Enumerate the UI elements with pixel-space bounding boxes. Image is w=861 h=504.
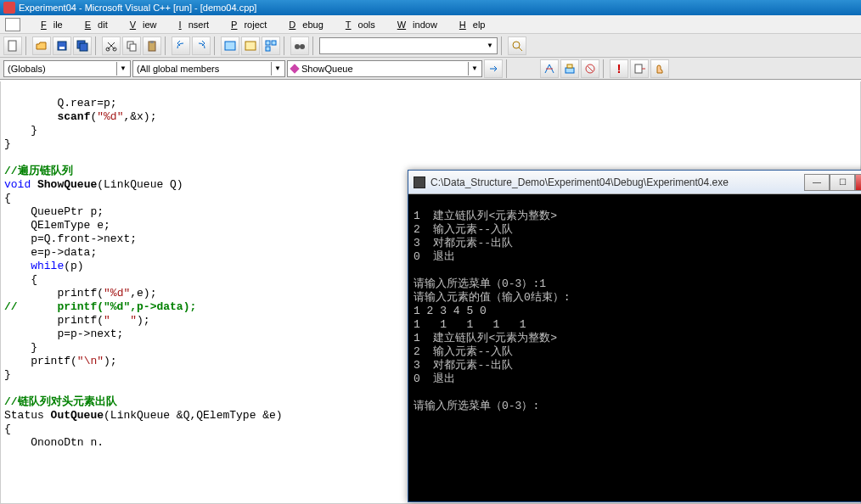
function-combo[interactable]: ShowQueue▼	[287, 60, 482, 77]
svg-rect-14	[272, 41, 276, 45]
compile-icon	[543, 63, 555, 75]
code-line: printf("\n");	[4, 355, 117, 367]
folder-open-icon	[36, 40, 48, 52]
window-title: Experiment04 - Microsoft Visual C++ [run…	[19, 0, 256, 15]
menu-bar: File Edit View Insert Project Debug Tool…	[0, 15, 861, 34]
hand-icon	[654, 63, 666, 75]
code-line: p=p->next;	[4, 328, 123, 340]
console-title-bar[interactable]: C:\Data_Structure_Demo\Experiment04\Debu…	[408, 171, 861, 194]
save-all-button[interactable]	[73, 36, 92, 55]
svg-rect-4	[80, 43, 87, 51]
stop-build-button[interactable]	[581, 59, 599, 78]
code-line: QElemType e;	[4, 219, 110, 232]
console-line: 3 对都元素--出队	[414, 237, 513, 249]
menu-tools[interactable]: Tools	[332, 18, 382, 31]
code-line: {	[4, 273, 37, 286]
document-icon[interactable]	[5, 18, 20, 31]
copy-icon	[126, 40, 138, 52]
paste-button[interactable]	[143, 36, 161, 55]
execute-button[interactable]: !	[610, 59, 628, 78]
code-line: Status OutQueue(LinkQueue &Q,QElemType &…	[4, 409, 283, 422]
close-button[interactable]: ✕	[855, 174, 861, 191]
debug-go-icon	[633, 63, 645, 75]
redo-button[interactable]	[192, 36, 211, 55]
app-icon	[3, 2, 15, 14]
code-line: void ShowQueue(LinkQueue Q)	[4, 178, 183, 191]
svg-rect-22	[635, 64, 642, 73]
diamond-icon	[290, 64, 299, 73]
console-line: 请输入所选菜单（0-3）:1	[414, 277, 546, 290]
members-combo[interactable]: (All global members▼	[132, 60, 285, 77]
open-button[interactable]	[32, 36, 51, 55]
chevron-down-icon: ▼	[116, 62, 127, 76]
redo-icon	[195, 40, 207, 52]
code-line: e=p->data;	[4, 246, 97, 259]
build-button[interactable]	[560, 59, 579, 78]
undo-icon	[175, 40, 187, 52]
floppy-multi-icon	[76, 40, 88, 52]
code-line: {	[4, 192, 11, 204]
menu-file[interactable]: File	[27, 18, 70, 31]
svg-rect-8	[130, 44, 136, 51]
code-line: scanf( scanf("%d",&x);"%d",&x);	[4, 110, 156, 123]
separator	[25, 36, 29, 55]
code-line: printf(" ");	[4, 314, 150, 327]
new-text-file-button[interactable]	[3, 36, 22, 55]
minimize-button[interactable]: —	[804, 174, 830, 191]
floppy-icon	[56, 40, 68, 52]
code-line: OnonoDtn n.	[4, 436, 104, 449]
console-output[interactable]: 1 建立链队列<元素为整数> 2 输入元素--入队 3 对都元素--出队 0 退…	[410, 194, 861, 500]
console-line: 1 1 1 1 1	[414, 318, 526, 331]
code-line: p=Q.front->next;	[4, 232, 137, 245]
console-line: 请输入所选菜单（0-3）:	[414, 400, 539, 412]
code-comment: //链队列对头元素出队	[4, 395, 117, 408]
svg-rect-15	[266, 47, 270, 51]
separator	[95, 36, 98, 55]
save-button[interactable]	[53, 36, 71, 55]
code-line: while(p)	[4, 260, 84, 272]
arrow-go-icon	[487, 63, 499, 75]
window-list-button[interactable]	[262, 36, 280, 55]
chevron-down-icon: ▼	[487, 42, 493, 49]
copy-button[interactable]	[122, 36, 141, 55]
svg-point-17	[300, 44, 305, 49]
go-debug-button[interactable]	[630, 59, 649, 78]
find-combo[interactable]: ▼	[319, 37, 498, 54]
stop-build-icon	[584, 63, 596, 75]
console-line: 1 建立链队列<元素为整数>	[414, 210, 557, 222]
menu-edit[interactable]: Edit	[71, 18, 115, 31]
menu-window[interactable]: Window	[384, 18, 444, 31]
find-button[interactable]	[508, 36, 526, 55]
console-line: 1 2 3 4 5 0	[414, 305, 487, 317]
binoculars-icon	[294, 40, 306, 52]
scissors-icon	[105, 40, 117, 52]
code-comment: // printf("%d",p->data);	[4, 300, 196, 313]
scope-combo[interactable]: (Globals)▼	[3, 60, 131, 77]
svg-rect-13	[266, 41, 270, 45]
menu-insert[interactable]: Insert	[166, 18, 217, 31]
search-icon	[511, 40, 523, 52]
compile-button[interactable]	[540, 59, 559, 78]
undo-button[interactable]	[172, 36, 190, 55]
code-line: Q.rear=p;	[4, 97, 117, 109]
breakpoint-button[interactable]	[650, 59, 669, 78]
output-button[interactable]	[241, 36, 260, 55]
maximize-button[interactable]: ☐	[830, 174, 855, 191]
console-line: 0 退出	[414, 250, 455, 263]
menu-debug[interactable]: Debug	[275, 18, 329, 31]
console-window: C:\Data_Structure_Demo\Experiment04\Debu…	[408, 170, 861, 502]
menu-view[interactable]: View	[116, 18, 164, 31]
separator	[284, 36, 287, 55]
svg-point-18	[513, 42, 520, 48]
svg-rect-11	[225, 42, 235, 50]
menu-project[interactable]: Project	[217, 18, 273, 31]
document-icon	[7, 40, 19, 52]
toolbar-wizbar: (Globals)▼ (All global members▼ ShowQueu…	[0, 58, 861, 80]
code-line: }	[4, 341, 37, 354]
console-line: 1 建立链队列<元素为整数>	[414, 332, 557, 344]
cut-button[interactable]	[102, 36, 121, 55]
menu-help[interactable]: Help	[446, 18, 492, 31]
go-button[interactable]	[484, 59, 503, 78]
workspace-button[interactable]	[221, 36, 239, 55]
find-in-files-button[interactable]	[290, 36, 309, 55]
